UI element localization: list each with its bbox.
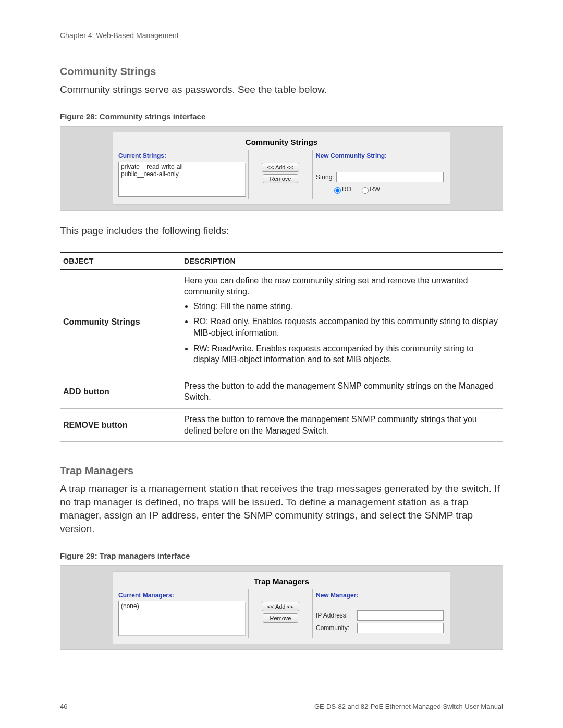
current-strings-listbox[interactable]: private__read-write-all public__read-all… <box>118 162 246 197</box>
list-item: String: Fill the name string. <box>193 301 500 312</box>
radio-ro[interactable]: RO <box>332 186 351 193</box>
current-managers-label: Current Managers: <box>118 591 246 601</box>
current-managers-listbox[interactable]: (none) <box>118 601 246 636</box>
col-description: Description <box>181 252 503 269</box>
list-item[interactable]: (none) <box>121 602 243 610</box>
fields-table: Object Description Community Strings Her… <box>60 252 503 442</box>
trap-managers-ui: Trap Managers Current Managers: (none) <… <box>113 571 450 644</box>
desc-lead: Here you can define the new community st… <box>184 276 468 297</box>
radio-rw-label: RW <box>370 186 380 193</box>
remove-button[interactable]: Remove <box>263 613 298 623</box>
new-community-string-label: New Community String: <box>316 152 444 162</box>
community-input[interactable] <box>357 623 444 633</box>
cell-description: Press the button to remove the managemen… <box>181 408 503 441</box>
cell-object: ADD button <box>60 375 181 408</box>
list-item: RW: Read/write. Enables requests accompa… <box>193 343 500 365</box>
desc-bullets: String: Fill the name string. RO: Read o… <box>193 301 500 365</box>
remove-button[interactable]: Remove <box>263 174 298 183</box>
list-item[interactable]: private__read-write-all <box>121 163 243 170</box>
list-item[interactable]: public__read-all-only <box>121 170 243 178</box>
ui-title: Trap Managers <box>116 575 447 589</box>
cell-object: Community Strings <box>60 269 181 375</box>
list-item: RO: Read only. Enables requests accompan… <box>193 316 500 338</box>
radio-rw[interactable]: RW <box>359 186 380 193</box>
string-input[interactable] <box>336 172 444 182</box>
figure28-panel: Community Strings Current Strings: priva… <box>60 126 503 211</box>
heading-community-strings: Community Strings <box>60 66 503 78</box>
community-strings-ui: Community Strings Current Strings: priva… <box>113 132 450 205</box>
cell-object: REMOVE button <box>60 408 181 441</box>
add-button[interactable]: << Add << <box>262 602 300 611</box>
table-row: ADD button Press the button to add the m… <box>60 375 503 408</box>
intro-community-strings: Community strings serve as passwords. Se… <box>60 83 503 96</box>
ip-address-input[interactable] <box>357 610 444 621</box>
fields-intro: This page includes the following fields: <box>60 225 503 237</box>
string-label: String: <box>316 174 334 181</box>
ui-title: Community Strings <box>116 135 447 150</box>
cell-description: Press the button to add the management S… <box>181 375 503 408</box>
running-head: Chapter 4: Web-Based Management <box>60 31 503 40</box>
intro-trap-managers: A trap manager is a management station t… <box>60 482 503 536</box>
figure28-caption: Figure 28: Community strings interface <box>60 112 503 121</box>
radio-ro-label: RO <box>342 186 351 193</box>
new-manager-label: New Manager: <box>316 591 444 601</box>
radio-rw-input[interactable] <box>362 187 369 194</box>
manual-title: GE-DS-82 and 82-PoE Ethernet Managed Swi… <box>314 702 503 710</box>
access-radio-group: RO RW <box>316 186 444 194</box>
table-row: REMOVE button Press the button to remove… <box>60 408 503 441</box>
add-button[interactable]: << Add << <box>262 163 300 172</box>
ip-address-label: IP Address: <box>316 612 355 619</box>
page-number: 46 <box>60 702 67 710</box>
page-footer: 46 GE-DS-82 and 82-PoE Ethernet Managed … <box>60 702 503 710</box>
figure29-panel: Trap Managers Current Managers: (none) <… <box>60 565 503 650</box>
col-object: Object <box>60 252 181 269</box>
current-strings-label: Current Strings: <box>118 152 246 162</box>
radio-ro-input[interactable] <box>334 187 341 194</box>
table-row: Community Strings Here you can define th… <box>60 269 503 375</box>
figure29-caption: Figure 29: Trap managers interface <box>60 551 503 560</box>
community-label: Community: <box>316 624 355 632</box>
cell-description: Here you can define the new community st… <box>181 269 503 375</box>
heading-trap-managers: Trap Managers <box>60 465 503 477</box>
